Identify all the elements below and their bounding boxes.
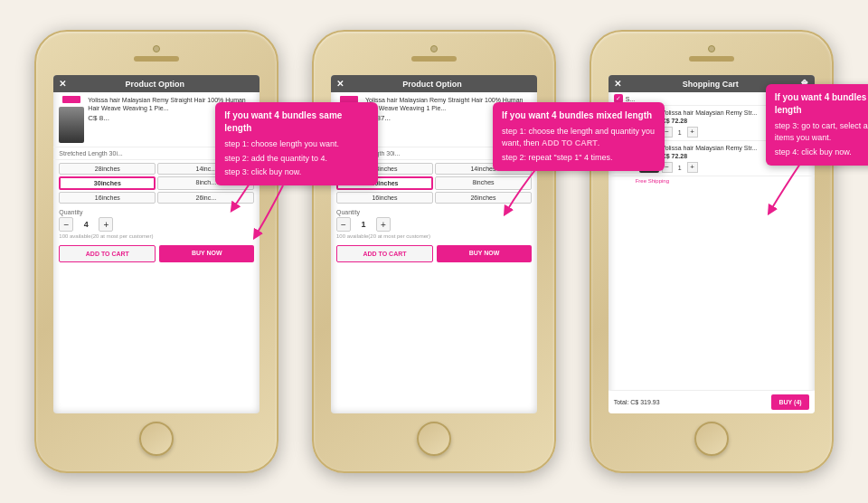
phone1-qty-minus[interactable]: − — [59, 217, 73, 232]
phone1: ✕ Product Option Yolissa hair Malaysian … — [34, 30, 278, 473]
phone2-action-btns: ADD TO CART BUY NOW — [331, 242, 537, 266]
phone2-top-bar — [314, 32, 554, 75]
phone2: ✕ Product Option Yolissa hair Malaysian … — [312, 30, 556, 473]
phone3-item2-qty-plus[interactable]: + — [687, 162, 698, 173]
phone3-wrapper: ✕ Shopping Cart 🗑 S... — [590, 30, 834, 473]
size-btn-30[interactable]: 30inches — [59, 176, 156, 190]
phone1-qty-ctrl: − 4 + — [59, 217, 254, 232]
phone2-qty-ctrl: − 1 + — [336, 217, 532, 232]
phone2-wrapper: ✕ Product Option Yolissa hair Malaysian … — [312, 30, 556, 473]
phone3-item1-qty-plus[interactable]: + — [687, 127, 698, 138]
phone1-buy-now-button[interactable]: BUY NOW — [159, 245, 254, 262]
phone2-header: ✕ Product Option — [331, 75, 537, 92]
phone1-qty-plus[interactable]: + — [99, 217, 113, 232]
phone1-callout: If you want 4 bundles same length step 1… — [215, 102, 378, 185]
phone1-callout-step3: step 3: click buy now. — [224, 166, 369, 178]
phone3-close-icon[interactable]: ✕ — [614, 79, 621, 89]
phone2-size-btn-16[interactable]: 16inches — [336, 192, 433, 204]
phone1-top-bar — [36, 32, 277, 75]
size-btn-16[interactable]: 16inches — [59, 192, 156, 204]
phone1-header: ✕ Product Option — [53, 75, 259, 92]
phone1-wrapper: ✕ Product Option Yolissa hair Malaysian … — [34, 30, 278, 473]
phone2-add-to-cart-button[interactable]: ADD TO CART — [336, 245, 433, 262]
phone1-callout-title: If you want 4 bundles same length — [224, 109, 369, 135]
phone1-stretched-label: Stretched Length 30i... — [59, 150, 122, 157]
phone1-close-icon[interactable]: ✕ — [59, 79, 66, 89]
phone3-free-shipping: Free Shipping — [636, 178, 669, 184]
phone2-callout-title: If you want 4 bundles mixed length — [502, 109, 656, 122]
phone2-callout-step2: step 2: repeat "step 1" 4 times. — [502, 152, 656, 164]
phone2-home-btn[interactable] — [417, 422, 451, 456]
phone1-speaker — [134, 56, 179, 62]
phone2-callout-step1: step 1: choose the length and quantity y… — [502, 126, 656, 148]
phone3-item2-qty-val: 1 — [675, 164, 685, 172]
phone2-qty-minus[interactable]: − — [336, 217, 351, 232]
phone3-callout-step4: step 4: click buy now. — [775, 147, 868, 158]
phone1-add-to-cart-button[interactable]: ADD TO CART — [59, 245, 156, 262]
phone3-item1-qty-val: 1 — [675, 128, 685, 137]
size-btn-28[interactable]: 28inches — [59, 163, 156, 175]
phone1-action-btns: ADD TO CART BUY NOW — [53, 242, 259, 266]
phone1-home-btn[interactable] — [139, 422, 174, 456]
phone3-bottom-bar — [694, 413, 729, 464]
phone2-title: Product Option — [402, 80, 462, 89]
phone1-bottom-bar — [139, 413, 174, 464]
phone3-camera — [708, 45, 715, 52]
phone3-cart-footer: Total: C$ 319.93 BUY (4) — [609, 390, 815, 413]
phone2-callout: If you want 4 bundles mixed length step … — [493, 102, 665, 171]
phone3-title: Shopping Cart — [683, 80, 739, 89]
phone1-product-img — [59, 107, 84, 143]
phone1-callout-step1: step 1: choose length you want. — [224, 138, 369, 150]
phone3-total: Total: C$ 319.93 — [614, 399, 769, 405]
phone2-qty-value: 1 — [356, 220, 371, 229]
phone1-brand — [62, 96, 80, 103]
phone1-avail-text: 100 available(20 at most per customer) — [59, 233, 254, 239]
phone3-top-bar — [591, 32, 832, 75]
phone1-callout-step2: step 2: add the quantity to 4. — [224, 153, 369, 165]
phone3-speaker — [689, 56, 734, 62]
phone2-close-icon[interactable]: ✕ — [336, 79, 344, 89]
phone1-camera — [153, 45, 160, 52]
phone2-avail-text: 100 available(20 at most per customer) — [336, 233, 532, 239]
phone3-arrow-svg — [766, 161, 811, 215]
phone3-callout-step3: step 3: go to cart, select all available… — [775, 120, 868, 143]
scene: ✕ Product Option Yolissa hair Malaysian … — [0, 0, 868, 503]
phone1-title: Product Option — [126, 80, 185, 89]
phone1-arrow2-svg — [251, 185, 288, 240]
phone1-qty-value: 4 — [79, 220, 93, 229]
phone2-arrow-svg — [497, 166, 542, 216]
phone2-bottom-bar — [417, 413, 451, 464]
phone2-speaker — [411, 56, 457, 62]
phone2-buy-now-button[interactable]: BUY NOW — [437, 245, 532, 262]
phone2-qty-plus[interactable]: + — [376, 217, 391, 232]
phone1-brand-img-col — [59, 96, 84, 143]
phone3-buy-button[interactable]: BUY (4) — [771, 394, 808, 410]
phone3-callout-title: If you want 4 bundles mixed length — [775, 91, 868, 117]
phone3-home-btn[interactable] — [694, 422, 729, 456]
phone3-callout: If you want 4 bundles mixed length step … — [766, 84, 868, 166]
phone2-camera — [430, 45, 438, 52]
